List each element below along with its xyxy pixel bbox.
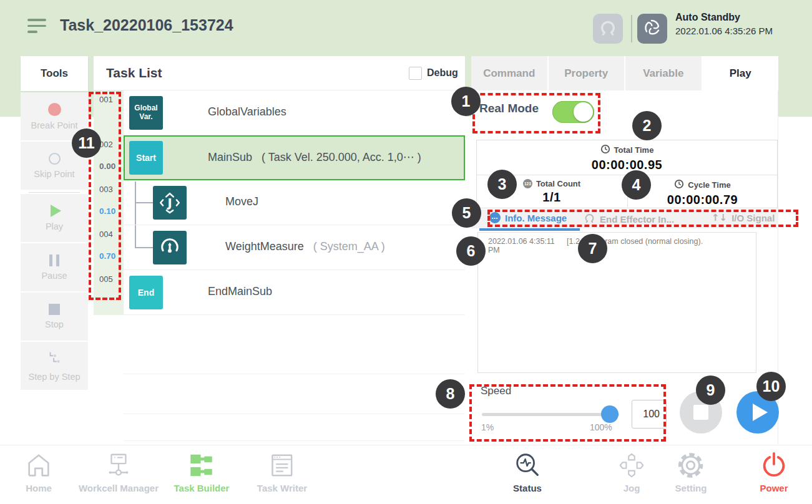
nav-setting[interactable]: Setting <box>675 451 707 493</box>
total-count-cell: 123 Total Count 1/1 <box>477 179 627 205</box>
right-panel-tabs: Command Property Variable Play <box>471 56 778 90</box>
end-effector-icon <box>584 212 595 226</box>
speed-max-label: 100% <box>590 422 612 432</box>
stop-icon <box>49 304 60 315</box>
task-list-panel: Task List Debug 001 Global Var. GlobalVa… <box>94 56 465 444</box>
info-message-log[interactable]: 2022.01.06 4:35:11 PM [1.24] Program clo… <box>477 232 756 373</box>
stop-tool-button[interactable]: Stop <box>21 293 88 341</box>
tab-command[interactable]: Command <box>471 56 547 90</box>
task-list-title: Task List <box>106 65 162 80</box>
row-label: MoveJ <box>225 195 258 208</box>
toggle-knob <box>574 102 593 122</box>
speed-min-label: 1% <box>481 422 494 432</box>
nav-workcell-manager[interactable]: Workcell Manager <box>79 451 159 493</box>
svg-text:J: J <box>166 196 172 210</box>
robot-state-label: Auto Standby <box>675 12 773 23</box>
hamburger-menu-icon[interactable] <box>27 19 47 35</box>
step-by-step-icon <box>47 350 62 367</box>
pause-tool-button[interactable]: Pause <box>21 243 88 291</box>
tab-info-message[interactable]: ••• Info. Message <box>489 212 567 223</box>
pause-icon <box>49 254 59 266</box>
task-row-endmainsub[interactable]: 005 End EndMainSub <box>94 270 465 315</box>
page-title: Task_20220106_153724 <box>60 16 233 34</box>
tools-divider <box>29 192 80 193</box>
tools-title: Tools <box>21 56 88 91</box>
play-icon <box>51 205 61 217</box>
play-stats-panel: Total Time 00:00:00.95 123 Total Count 1… <box>476 140 778 208</box>
power-icon <box>760 471 788 482</box>
tab-play[interactable]: Play <box>703 56 779 90</box>
task-row-globalvariables[interactable]: 001 Global Var. GlobalVariables <box>94 90 465 135</box>
task-row-movej[interactable]: 003 0.10 J MoveJ <box>94 180 465 225</box>
nav-home[interactable]: Home <box>24 451 53 493</box>
log-timestamp: 2022.01.06 4:35:11 PM <box>488 237 567 254</box>
stop-button[interactable] <box>680 391 722 434</box>
break-point-icon <box>48 103 61 116</box>
tab-variable[interactable]: Variable <box>625 56 702 90</box>
movej-icon: J <box>153 186 187 220</box>
gripper-icon <box>599 18 617 39</box>
break-point-button[interactable]: Break Point <box>21 92 88 140</box>
speed-slider[interactable] <box>482 413 619 416</box>
task-builder-icon <box>187 471 216 482</box>
tab-end-effector[interactable]: End Effector In... <box>584 212 674 226</box>
task-writer-icon <box>268 471 296 482</box>
info-message-icon: ••• <box>489 212 501 223</box>
debug-checkbox[interactable] <box>409 67 422 80</box>
right-panel: Command Property Variable Play Real Mode… <box>471 56 778 444</box>
task-list-header: Task List Debug <box>94 56 465 90</box>
task-row-mainsub[interactable]: 002 0.00 Start MainSub ( Task Vel. 250.0… <box>94 135 465 180</box>
play-triangle-icon <box>753 404 768 421</box>
row-number-cell: 001 <box>94 90 124 135</box>
nav-status[interactable]: Status <box>513 451 542 493</box>
bottom-navigation: Home Workcell Manager <box>0 445 812 504</box>
tab-io-signal[interactable]: ↑↓ I/O Signal <box>712 212 775 223</box>
global-var-badge: Global Var. <box>129 96 163 130</box>
real-mode-toggle[interactable] <box>552 101 594 123</box>
empty-row-separator <box>124 374 465 374</box>
play-button[interactable] <box>736 391 779 434</box>
end-badge: End <box>129 276 163 309</box>
setting-gear-icon <box>677 471 705 482</box>
stop-square-icon <box>693 405 708 420</box>
message-tab-bar: ••• Info. Message End Effector In... ↑↓ … <box>471 210 778 228</box>
row-params: ( System_AA ) <box>313 240 385 253</box>
debug-label: Debug <box>427 67 458 79</box>
speed-slider-knob[interactable] <box>601 405 619 423</box>
row-number-cell: 002 0.00 <box>94 135 124 180</box>
end-effector-button[interactable] <box>593 14 623 44</box>
clock-icon <box>674 179 684 191</box>
row-number-cell: 005 <box>94 270 124 315</box>
nav-jog[interactable]: Jog <box>617 451 646 493</box>
tab-property[interactable]: Property <box>549 56 625 90</box>
app-root: Task_20220106_153724 Auto Standby 2022.0… <box>0 0 812 504</box>
nav-task-builder[interactable]: Task Builder <box>174 451 230 493</box>
auto-mode-swirl-icon <box>642 17 662 40</box>
row-label: EndMainSub <box>208 285 272 298</box>
real-mode-label: Real Mode <box>479 102 539 115</box>
skip-point-icon <box>49 153 61 165</box>
jog-icon <box>617 471 646 482</box>
tools-sidebar: Tools Break Point Skip Point Play Pause … <box>21 56 88 390</box>
log-message: [1.24] Program closed (normal closing). <box>567 237 703 254</box>
nav-task-writer[interactable]: Task Writer <box>257 451 307 493</box>
start-badge: Start <box>129 141 163 175</box>
row-time: 0.00 <box>99 162 115 171</box>
active-tab-underline <box>479 228 580 231</box>
nav-power[interactable]: Power <box>760 451 788 493</box>
speed-input[interactable] <box>632 400 667 429</box>
step-by-step-button[interactable]: Step by Step <box>21 342 88 390</box>
cycle-time-cell: Cycle Time 00:00:00.79 <box>627 179 777 207</box>
skip-point-button[interactable]: Skip Point <box>21 142 88 190</box>
status-icon <box>513 471 542 482</box>
row-number-cell: 004 0.70 <box>94 225 124 270</box>
task-row-weightmeasure[interactable]: 004 0.70 WeightMeasure ( System_AA ) <box>94 225 465 270</box>
total-time-cell: Total Time 00:00:00.95 <box>477 144 777 172</box>
row-time: 0.70 <box>99 251 115 261</box>
play-tool-button[interactable]: Play <box>21 194 88 242</box>
count-icon: 123 <box>523 179 532 188</box>
empty-row-separator <box>124 414 465 414</box>
weight-measure-icon <box>153 231 187 264</box>
auto-mode-button[interactable] <box>637 14 667 44</box>
speed-label: Speed <box>481 385 511 397</box>
